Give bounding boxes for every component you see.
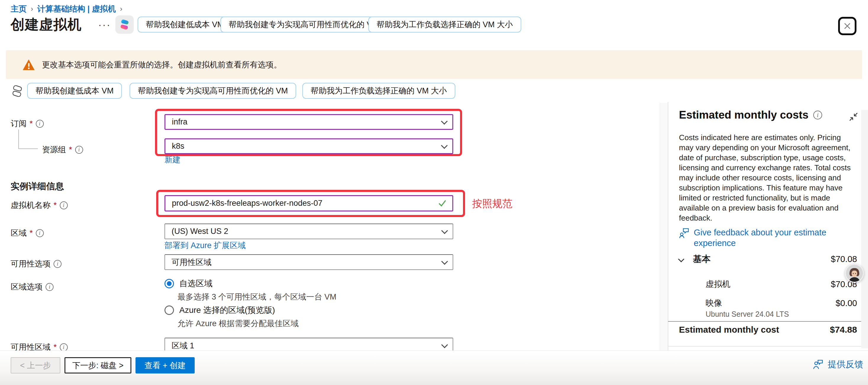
feedback-icon <box>679 227 690 239</box>
info-icon[interactable] <box>60 343 68 351</box>
assist-low-cost-vm-button-2[interactable]: 帮助我创建低成本 VM <box>27 83 122 99</box>
cost-group-row[interactable]: 基本 $70.08 <box>679 253 857 265</box>
required-asterisk: * <box>30 119 33 128</box>
cost-panel-divider <box>668 321 868 322</box>
info-icon[interactable] <box>813 110 822 120</box>
avatar-image <box>846 265 863 282</box>
cost-group-amount: $70.08 <box>831 254 857 264</box>
estimate-feedback-link[interactable]: Give feedback about your estimate experi… <box>679 227 857 248</box>
assist-button-label: 帮助我创建专为实现高可用性而优化的 VM <box>229 19 379 30</box>
feedback-person-icon <box>813 360 824 370</box>
assist-low-cost-vm-button[interactable]: 帮助我创建低成本 VM <box>137 17 232 33</box>
required-asterisk: * <box>30 229 33 238</box>
zone-options-label: 区域选项 <box>11 282 54 292</box>
availability-options-dropdown[interactable]: 可用性区域 <box>164 254 453 270</box>
main-scrollbar-track[interactable] <box>660 103 668 350</box>
resource-group-dropdown[interactable]: k8s <box>164 138 453 154</box>
zone-options-label-text: 区域选项 <box>11 282 42 292</box>
info-icon[interactable] <box>36 229 44 237</box>
required-asterisk: * <box>69 145 72 154</box>
assist-vm-size-button-2[interactable]: 帮助我为工作负载选择正确的 VM 大小 <box>302 83 455 99</box>
create-vm-page: 主页 › 计算基础结构 | 虚拟机 › 创建虚拟机 ··· 帮助我创建低成本 V… <box>0 0 868 385</box>
info-icon[interactable] <box>45 283 54 291</box>
zone-option-self-select-desc: 最多选择 3 个可用性区域，每个区域一台 VM <box>178 292 336 302</box>
assist-button-label: 帮助我为工作负载选择正确的 VM 大小 <box>311 86 447 96</box>
availability-zone-value: 区域 1 <box>172 340 194 351</box>
assist-high-availability-vm-button[interactable]: 帮助我创建专为实现高可用性而优化的 VM <box>220 17 387 33</box>
vm-name-annotation-text: 按照规范 <box>472 197 513 211</box>
collapse-panel-icon[interactable] <box>848 112 859 122</box>
subscription-value: infra <box>172 118 188 127</box>
chevron-down-icon <box>441 118 448 125</box>
estimate-feedback-link-text: Give feedback about your estimate experi… <box>694 227 854 248</box>
vm-name-label-text: 虚拟机名称 <box>11 200 51 211</box>
info-icon[interactable] <box>75 146 83 154</box>
region-dropdown[interactable]: (US) West US 2 <box>164 224 453 239</box>
copilot-button[interactable] <box>115 15 134 34</box>
close-button[interactable] <box>838 17 857 35</box>
page-title: 创建虚拟机 <box>11 15 82 34</box>
availability-options-value: 可用性区域 <box>172 257 212 267</box>
info-icon[interactable] <box>60 201 68 210</box>
cost-total-row: Estimated monthly cost $74.88 <box>679 325 857 335</box>
radio-selected-icon <box>164 279 174 288</box>
resource-group-value: k8s <box>172 142 184 151</box>
chevron-down-icon <box>441 258 448 265</box>
region-value: (US) West US 2 <box>172 227 228 236</box>
assist-vm-size-button[interactable]: 帮助我为工作负载选择正确的 VM 大小 <box>368 17 521 33</box>
availability-options-label-text: 可用性选项 <box>11 258 51 269</box>
assistant-avatar[interactable] <box>845 264 864 283</box>
resource-group-label: 资源组 * <box>42 144 83 155</box>
info-icon[interactable] <box>54 260 62 268</box>
cost-row-image-subtext: Ubuntu Server 24.04 LTS <box>706 310 789 318</box>
breadcrumb-separator-icon: › <box>120 5 122 13</box>
assist-button-label: 帮助我为工作负载选择正确的 VM 大小 <box>377 19 513 30</box>
more-options-button[interactable]: ··· <box>98 19 111 30</box>
valid-check-icon <box>438 199 447 207</box>
cost-panel-header: Estimated monthly costs <box>679 109 822 121</box>
radio-label: 自选区域 <box>179 278 212 289</box>
deploy-extended-zone-link[interactable]: 部署到 Azure 扩展区域 <box>164 240 246 251</box>
assist-high-availability-vm-button-2[interactable]: 帮助我创建专为实现高可用性而优化的 VM <box>130 83 296 99</box>
breadcrumb: 主页 › 计算基础结构 | 虚拟机 › <box>11 4 122 14</box>
panel-scrollbar-track[interactable] <box>861 110 868 348</box>
subscription-dropdown[interactable]: infra <box>164 114 453 130</box>
cost-row-label: 映像 <box>706 297 722 309</box>
cost-group-label: 基本 <box>693 253 831 265</box>
radio-unselected-icon <box>164 306 174 315</box>
region-label-text: 区域 <box>11 228 27 238</box>
next-step-disks-button[interactable]: 下一步: 磁盘 > <box>64 357 131 374</box>
info-icon[interactable] <box>36 120 44 128</box>
cost-row-amount: $0.00 <box>835 298 857 308</box>
review-create-button[interactable]: 查看 + 创建 <box>135 357 195 374</box>
breadcrumb-section-link[interactable]: 计算基础结构 | 虚拟机 <box>37 4 116 14</box>
breadcrumb-home-link[interactable]: 主页 <box>11 4 27 14</box>
give-feedback-link[interactable]: 提供反馈 <box>813 358 863 371</box>
required-asterisk: * <box>54 201 57 210</box>
cost-row-label: 虚拟机 <box>706 279 731 290</box>
vm-name-label: 虚拟机名称 * <box>11 200 68 211</box>
zone-option-azure-select-radio[interactable]: Azure 选择的区域(预览版) <box>164 304 275 316</box>
assist-button-label: 帮助我创建低成本 VM <box>35 86 114 96</box>
previous-step-button[interactable]: < 上一步 <box>11 357 60 374</box>
copilot-outline-icon <box>10 84 24 98</box>
subscription-label-text: 订阅 <box>11 118 27 129</box>
subscription-label: 订阅 * <box>11 118 44 129</box>
copilot-icon <box>118 18 131 31</box>
warning-icon <box>23 59 35 71</box>
cost-row-image: 映像 $0.00 <box>706 297 857 309</box>
chevron-down-icon[interactable] <box>678 256 684 262</box>
give-feedback-link-text: 提供反馈 <box>828 358 863 371</box>
breadcrumb-separator-icon: › <box>31 5 33 13</box>
cost-panel-bottom-divider <box>668 346 868 347</box>
zone-option-self-select-radio[interactable]: 自选区域 <box>164 278 212 289</box>
vm-name-input[interactable] <box>164 195 453 212</box>
cost-row-vm: 虚拟机 $70.08 <box>706 279 857 290</box>
create-new-resource-group-link[interactable]: 新建 <box>164 154 181 165</box>
warning-banner-text: 更改基本选项可能会重置所做的选择。创建虚拟机前查看所有选项。 <box>42 59 282 70</box>
chevron-down-icon <box>441 142 448 149</box>
cost-total-amount: $74.88 <box>830 325 857 335</box>
subscription-resource-connector <box>18 130 38 149</box>
close-icon <box>843 22 852 30</box>
assist-button-label: 帮助我创建低成本 VM <box>146 19 224 30</box>
